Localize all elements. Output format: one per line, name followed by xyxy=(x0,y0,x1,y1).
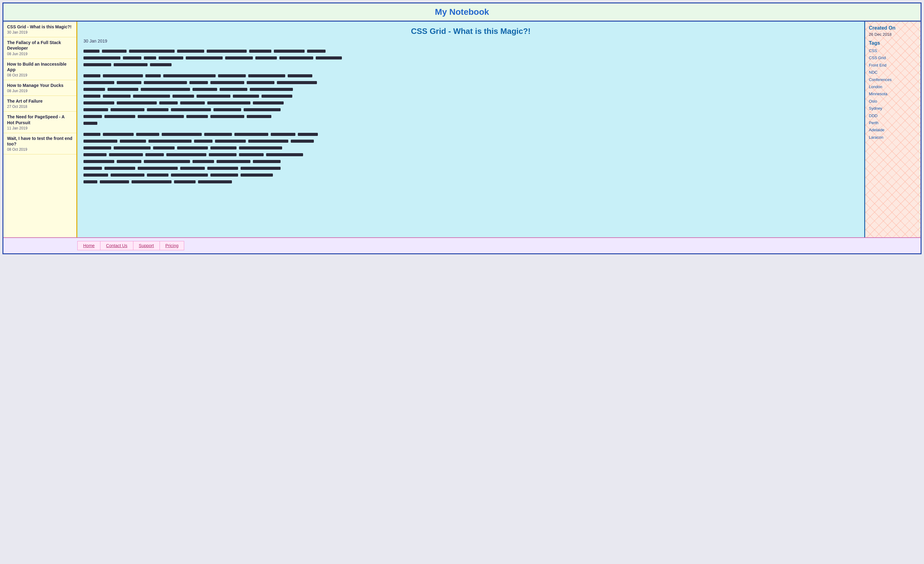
outer-wrapper: My Notebook CSS Grid - What is this Magi… xyxy=(3,3,921,254)
tag-item[interactable]: Conferences xyxy=(869,76,917,83)
sidebar-item-title: The Fallacy of a Full Stack Developer xyxy=(7,40,73,51)
created-on-value: 26 Dec 2018 xyxy=(869,32,917,37)
sidebar-item-date: 08 Oct 2019 xyxy=(7,73,73,77)
sidebar-item-title: The Art of Failure xyxy=(7,98,73,104)
main-layout: CSS Grid - What is this Magic?!30 Jan 20… xyxy=(3,21,921,237)
tag-item[interactable]: Minnesota xyxy=(869,90,917,98)
footer-link-contact[interactable]: Contact Us xyxy=(100,241,133,250)
sidebar-item-ducks[interactable]: How to Manage Your Ducks08 Jun 2019 xyxy=(3,80,76,96)
right-panel: Created On 26 Dec 2018 Tags CSSCSS GridF… xyxy=(865,21,921,237)
sidebar-item-title: Wait, I have to test the front end too? xyxy=(7,135,73,147)
sidebar-item-date: 08 Jun 2019 xyxy=(7,89,73,93)
tags-container: CSSCSS GridFront EndNDCConferencesLondon… xyxy=(869,47,917,141)
tag-item[interactable]: Perth xyxy=(869,119,917,126)
sidebar-item-title: The Need for PageSpeed - A Hot Pursuit xyxy=(7,114,73,125)
footer-link-pricing[interactable]: Pricing xyxy=(160,241,184,250)
post-date: 30 Jan 2019 xyxy=(84,39,858,44)
tag-item[interactable]: CSS xyxy=(869,47,917,54)
created-on-label: Created On xyxy=(869,25,917,31)
tag-item[interactable]: London xyxy=(869,83,917,90)
sidebar-item-pagespeed[interactable]: The Need for PageSpeed - A Hot Pursuit11… xyxy=(3,111,76,133)
paragraph-3 xyxy=(84,133,858,185)
sidebar-item-date: 30 Jan 2019 xyxy=(7,30,73,35)
sidebar-item-inaccessible[interactable]: How to Build an Inaccessible App08 Oct 2… xyxy=(3,59,76,80)
footer-link-home[interactable]: Home xyxy=(78,241,100,250)
site-title: My Notebook xyxy=(3,7,921,17)
paragraph-2 xyxy=(84,74,858,127)
tag-item[interactable]: CSS Grid xyxy=(869,54,917,61)
sidebar-item-date: 08 Oct 2019 xyxy=(7,147,73,152)
tag-item[interactable]: Laracon xyxy=(869,134,917,141)
sidebar-item-css-grid[interactable]: CSS Grid - What is this Magic?!30 Jan 20… xyxy=(3,21,76,37)
site-header: My Notebook xyxy=(3,3,921,21)
sidebar-item-failure[interactable]: The Art of Failure27 Oct 2018 xyxy=(3,96,76,111)
post-title: CSS Grid - What is this Magic?! xyxy=(84,27,858,36)
sidebar-item-title: How to Build an Inaccessible App xyxy=(7,61,73,72)
sidebar-item-frontend-test[interactable]: Wait, I have to test the front end too?0… xyxy=(3,133,76,154)
site-footer: HomeContact UsSupportPricing xyxy=(3,237,921,253)
footer-link-support[interactable]: Support xyxy=(134,241,160,250)
tag-item[interactable]: DDD xyxy=(869,112,917,119)
tag-item[interactable]: Adelaide xyxy=(869,126,917,134)
tag-item[interactable]: Oslo xyxy=(869,98,917,105)
sidebar-item-full-stack[interactable]: The Fallacy of a Full Stack Developer08 … xyxy=(3,37,76,59)
sidebar-item-title: CSS Grid - What is this Magic?! xyxy=(7,24,73,30)
sidebar-item-title: How to Manage Your Ducks xyxy=(7,83,73,88)
footer-nav: HomeContact UsSupportPricing xyxy=(77,241,184,250)
center-content: CSS Grid - What is this Magic?! 30 Jan 2… xyxy=(77,21,865,237)
sidebar-item-date: 11 Jan 2019 xyxy=(7,126,73,130)
sidebar-item-date: 27 Oct 2018 xyxy=(7,104,73,109)
tags-label: Tags xyxy=(869,41,917,46)
left-sidebar: CSS Grid - What is this Magic?!30 Jan 20… xyxy=(3,21,77,237)
right-panel-content: Created On 26 Dec 2018 Tags CSSCSS GridF… xyxy=(869,25,917,141)
tag-item[interactable]: Front End xyxy=(869,62,917,69)
paragraph-1 xyxy=(84,50,858,68)
tag-item[interactable]: Sydney xyxy=(869,105,917,112)
sidebar-item-date: 08 Jun 2019 xyxy=(7,52,73,56)
tag-item[interactable]: NDC xyxy=(869,69,917,76)
